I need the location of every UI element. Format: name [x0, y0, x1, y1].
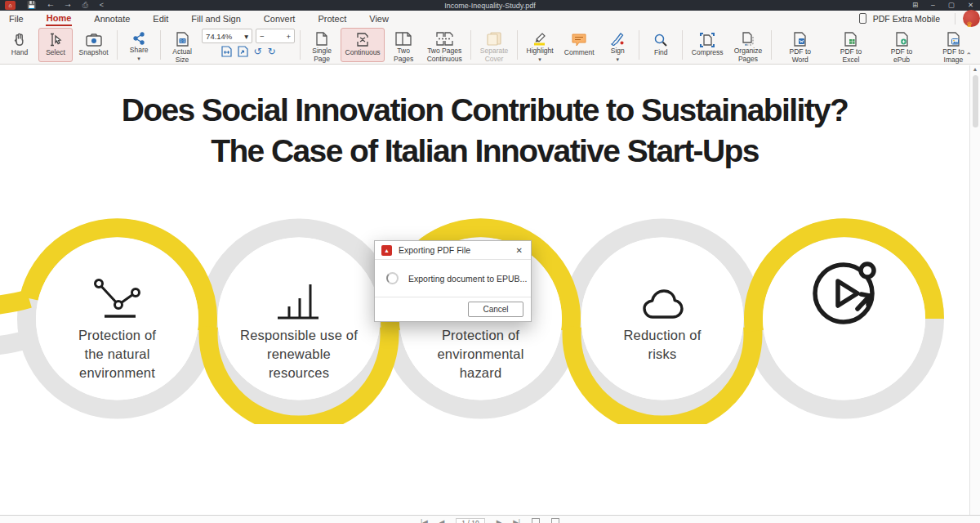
premium-crown-icon: ♛ — [966, 20, 973, 29]
select-tool-button[interactable]: Select — [38, 28, 73, 62]
page-indicator[interactable]: 1 / 10 — [456, 518, 484, 523]
menu-annotate[interactable]: Annotate — [93, 12, 131, 25]
organize-pages-icon — [740, 32, 755, 46]
next-page-icon[interactable]: ▶ — [497, 518, 502, 523]
two-pages-continuous-icon — [435, 32, 453, 46]
menu-fill-and-sign[interactable]: Fill and Sign — [190, 12, 242, 25]
last-page-icon[interactable]: ▶| — [513, 518, 520, 523]
menu-convert[interactable]: Convert — [263, 12, 296, 25]
circle-replay-cycle — [763, 215, 926, 424]
toolbar: Hand Select Snapshot Share ▾ 1:1 — [0, 26, 980, 65]
menu-view[interactable]: View — [368, 12, 390, 25]
cloud-icon — [581, 262, 744, 321]
highlight-button[interactable]: Highlight ▾ — [522, 28, 558, 62]
vertical-scrollbar[interactable]: ▲ — [969, 65, 980, 515]
share-button[interactable]: Share ▾ — [122, 28, 156, 62]
circle-natural-environment: Protection of the natural environment — [36, 215, 199, 424]
page-view-alt-icon[interactable] — [551, 518, 559, 523]
sign-button[interactable]: Sign ▾ — [600, 28, 635, 62]
single-page-button[interactable]: Single Page — [305, 28, 339, 62]
continuous-view-icon — [356, 32, 369, 47]
highlighter-icon — [532, 32, 547, 46]
hand-icon — [13, 32, 26, 47]
dialog-close-icon[interactable]: ✕ — [514, 246, 524, 255]
caret-down-icon: ▾ — [538, 56, 541, 62]
window-title: Income-Inequality-Study.pdf — [0, 2, 980, 10]
two-pages-continuous-button[interactable]: Two Pages Continuous — [422, 28, 466, 62]
pdf-to-excel-button[interactable]: PDF to Excel — [826, 28, 876, 62]
close-button[interactable]: ✕ — [968, 2, 973, 9]
separate-cover-icon — [487, 32, 501, 46]
circle-reduction-of-risks: Reduction of risks — [581, 215, 744, 424]
pdf-to-epub-icon — [896, 32, 908, 47]
continuous-view-button[interactable]: Continuous — [341, 28, 385, 62]
zoom-stepper: − + — [256, 29, 295, 43]
minimize-button[interactable]: – — [931, 2, 935, 9]
svg-text:1:1: 1:1 — [180, 39, 185, 43]
hand-tool-button[interactable]: Hand — [2, 28, 37, 62]
first-page-icon[interactable]: |◀ — [421, 518, 428, 523]
organize-pages-button[interactable]: Organize Pages — [729, 28, 767, 62]
dialog-titlebar[interactable]: ▲ Exporting PDF File ✕ — [375, 241, 531, 260]
window-titlebar: ⌂ 💾 ⭠ ⭢ ⎙ < Income-Inequality-Study.pdf … — [0, 0, 980, 11]
rotate-left-icon[interactable]: ↺ — [254, 47, 262, 56]
apps-grid-icon[interactable]: ⊞ — [912, 2, 918, 9]
phone-icon — [859, 13, 866, 24]
pdf-extra-window: ⌂ 💾 ⭠ ⭢ ⎙ < Income-Inequality-Study.pdf … — [0, 0, 980, 523]
separate-cover-button: Separate Cover — [475, 28, 513, 62]
menu-home[interactable]: Home — [46, 11, 73, 26]
snapshot-button[interactable]: Snapshot — [74, 28, 113, 62]
document-title: Does Social Innovation Contribute to Sus… — [0, 90, 969, 172]
search-icon — [654, 32, 667, 47]
scroll-up-arrow-icon[interactable]: ▲ — [970, 65, 980, 74]
dialog-message: Exporting document to EPUB... — [408, 274, 527, 284]
status-bar: |◀ ◀ 1 / 10 ▶ ▶| — [0, 515, 980, 523]
zoom-out-button[interactable]: − — [260, 32, 265, 41]
caret-down-icon: ▾ — [617, 56, 620, 62]
maximize-button[interactable]: ▢ — [948, 2, 955, 9]
two-pages-icon — [395, 32, 412, 46]
pdf-extra-mobile[interactable]: PDF Extra Mobile — [859, 11, 956, 26]
menu-bar: File Home Annotate Edit Fill and Sign Co… — [0, 11, 980, 26]
caret-down-icon: ▾ — [244, 32, 248, 41]
two-pages-button[interactable]: Two Pages — [386, 28, 421, 62]
page-view-icon[interactable] — [532, 518, 540, 523]
circle-renewable-resources: Responsible use of renewable resources — [217, 215, 381, 424]
previous-page-icon[interactable]: ◀ — [439, 518, 445, 523]
fit-width-icon[interactable] — [221, 46, 232, 57]
compress-icon — [700, 32, 715, 47]
scrollbar-thumb[interactable] — [973, 75, 978, 127]
pdf-to-word-icon — [794, 32, 806, 47]
compress-button[interactable]: Compress — [687, 28, 728, 62]
pdf-to-image-icon — [947, 32, 960, 47]
rotate-right-icon[interactable]: ↻ — [268, 47, 276, 56]
comment-button[interactable]: Comment — [559, 28, 599, 62]
pdf-to-word-button[interactable]: PDF to Word — [776, 28, 825, 62]
actual-size-button[interactable]: 1:1 Actual Size — [165, 28, 199, 62]
fit-page-icon[interactable] — [238, 46, 248, 57]
camera-icon — [86, 32, 102, 47]
bar-chart-icon — [217, 262, 381, 321]
progress-spinner — [386, 272, 399, 284]
user-avatar[interactable]: ♛ — [963, 10, 980, 27]
sign-pen-icon — [610, 32, 625, 46]
zoom-controls: 74.14% ▾ − + ↺ ↻ — [202, 29, 295, 61]
zoom-in-button[interactable]: + — [287, 32, 292, 41]
caret-down-icon: ▾ — [137, 56, 140, 61]
zoom-level-select[interactable]: 74.14% ▾ — [202, 29, 252, 43]
single-page-icon — [316, 32, 327, 46]
scatter-graph-icon — [36, 262, 199, 321]
actual-size-icon: 1:1 — [176, 32, 189, 47]
cancel-button[interactable]: Cancel — [468, 302, 523, 317]
menu-protect[interactable]: Protect — [317, 12, 347, 25]
pdf-extra-logo-icon: ▲ — [381, 245, 392, 256]
find-button[interactable]: Find — [644, 28, 678, 62]
share-nodes-icon — [132, 32, 145, 45]
menu-file[interactable]: File — [8, 12, 24, 25]
replay-cycle-icon — [763, 251, 926, 333]
collapse-toolbar-chevron-icon[interactable]: ⌃ — [965, 51, 972, 60]
select-cursor-icon — [49, 32, 63, 47]
comment-bubble-icon — [572, 32, 586, 47]
menu-edit[interactable]: Edit — [152, 12, 169, 25]
pdf-to-epub-button[interactable]: PDF to ePub — [877, 28, 926, 62]
